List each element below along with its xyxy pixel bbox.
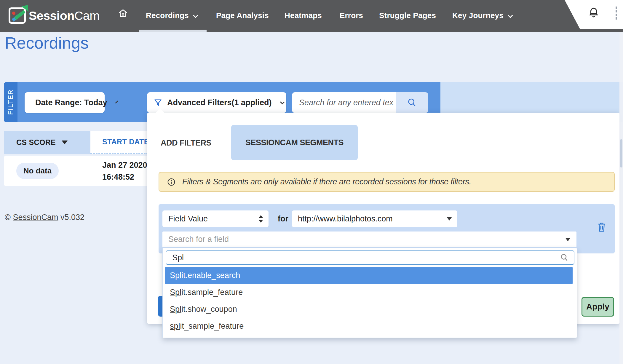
active-tab-indicator <box>139 30 207 32</box>
nav-item-heatmaps[interactable]: Heatmaps <box>285 11 322 20</box>
sort-desc-icon <box>62 141 68 144</box>
option-match-text: Spl <box>170 288 181 297</box>
nav-item-recordings[interactable]: Recordings <box>146 11 197 20</box>
search-icon <box>407 97 417 108</box>
nav-item-key-journeys[interactable]: Key Journeys <box>452 11 511 20</box>
option-match-text: spl <box>170 322 180 331</box>
option-rest-text: it.show_coupon <box>181 305 237 314</box>
scrollbar-track[interactable] <box>619 32 623 364</box>
footer-brand-link[interactable]: SessionCam <box>13 213 58 222</box>
search-icon <box>560 253 569 262</box>
nav-item-label: Recordings <box>146 11 189 20</box>
table-header-cs-score[interactable]: CS SCORE <box>4 131 90 154</box>
notice-text: Filters & Segments are only available if… <box>182 177 471 186</box>
option-match-text: Spl <box>170 271 181 280</box>
brand-bold: Session <box>29 9 74 23</box>
copyright-symbol: © <box>5 213 11 222</box>
field-search-placeholder: Search for a field <box>168 235 229 244</box>
option-split-enable-search[interactable]: Split.enable_search <box>165 267 573 284</box>
site-value: http://www.bilalphotos.com <box>298 214 393 223</box>
site-select[interactable]: http://www.bilalphotos.com <box>292 210 457 227</box>
advanced-filters-label: Advanced Filters(1 applied) <box>167 98 272 107</box>
start-date-line1: Jan 27 2020, <box>102 159 149 171</box>
footer-version: © SessionCam v5.032 <box>5 213 84 222</box>
option-rest-text: it_sample_feature <box>180 322 244 331</box>
notice-banner: Filters & Segments are only available if… <box>159 172 615 192</box>
nav-item-page-analysis[interactable]: Page Analysis <box>216 11 269 20</box>
logo-arrowhead <box>21 5 29 13</box>
sessioncam-logo-icon[interactable] <box>9 7 26 24</box>
search-button[interactable] <box>396 92 428 113</box>
nav-item-errors[interactable]: Errors <box>340 11 363 20</box>
chevron-down-icon <box>508 13 513 18</box>
date-range-button[interactable]: Date Range: Today <box>25 92 105 113</box>
session-search-input[interactable] <box>292 92 396 113</box>
spinner-arrows-icon <box>258 215 263 223</box>
scrollbar-thumb[interactable] <box>620 139 622 167</box>
option-rest-text: it.sample_feature <box>181 288 243 297</box>
field-query-input[interactable] <box>167 252 523 264</box>
tab-sessioncam-segments[interactable]: SESSIONCAM SEGMENTS <box>231 125 358 160</box>
tab-add-filters[interactable]: ADD FILTERS <box>161 134 211 152</box>
option-split-sample-feature[interactable]: Split.sample_feature <box>165 284 573 301</box>
start-date-value: Jan 27 2020, 16:48:52 <box>102 159 149 183</box>
cs-score-badge: No data <box>16 163 59 179</box>
funnel-icon <box>154 98 162 107</box>
nav-item-label: Page Analysis <box>216 11 269 20</box>
table-row[interactable]: No data Jan 27 2020, 16:48:52 <box>4 156 161 186</box>
nav-item-label: Struggle Pages <box>379 11 436 20</box>
nav-item-struggle-pages[interactable]: Struggle Pages <box>379 11 436 20</box>
field-type-value: Field Value <box>168 214 208 223</box>
option-rest-text: it.enable_search <box>181 271 240 280</box>
chevron-down-icon <box>193 13 198 18</box>
logo-red-dot <box>12 12 15 15</box>
column-label: START DATE <box>102 138 149 146</box>
delete-filter-trash-icon[interactable] <box>597 221 607 233</box>
option-split-sample-feature-lc[interactable]: split_sample_feature <box>165 318 573 335</box>
field-options-dropdown: Split.enable_search Split.sample_feature… <box>162 248 577 338</box>
for-label: for <box>278 214 288 223</box>
advanced-filters-button[interactable]: Advanced Filters(1 applied) <box>147 92 286 113</box>
top-nav: SessionCam Recordings Page Analysis Heat… <box>0 0 623 32</box>
field-search-select[interactable]: Search for a field <box>162 232 576 247</box>
brand-light: Cam <box>74 9 100 23</box>
nav-item-label: Heatmaps <box>285 11 322 20</box>
dropdown-arrow-icon <box>565 238 571 241</box>
sessioncam-recordings-screen: SessionCam Recordings Page Analysis Heat… <box>0 0 623 364</box>
apply-button[interactable]: Apply <box>582 297 614 317</box>
start-date-line2: 16:48:52 <box>102 171 149 183</box>
chevron-down-icon <box>280 100 285 104</box>
home-icon[interactable] <box>118 8 128 18</box>
filter-side-tab-label: FILTER <box>7 89 15 115</box>
dropdown-arrow-icon <box>447 217 452 221</box>
option-match-text: Spl <box>170 305 181 314</box>
overflow-menu-icon[interactable] <box>616 7 617 20</box>
field-query-box <box>166 250 574 265</box>
brand-wordmark[interactable]: SessionCam <box>29 9 100 23</box>
date-range-label: Date Range: Today <box>35 98 107 107</box>
page-title: Recordings <box>5 33 89 52</box>
option-split-show-coupon[interactable]: Split.show_coupon <box>165 301 573 318</box>
nav-item-label: Key Journeys <box>452 11 504 20</box>
nav-item-label: Errors <box>340 11 363 20</box>
notifications-bell-icon[interactable] <box>588 6 599 19</box>
field-type-select[interactable]: Field Value <box>162 210 269 227</box>
footer-version-number: v5.032 <box>60 213 84 222</box>
column-label: CS SCORE <box>16 138 56 147</box>
filter-side-tab[interactable]: FILTER <box>4 82 17 122</box>
info-icon <box>167 178 176 186</box>
